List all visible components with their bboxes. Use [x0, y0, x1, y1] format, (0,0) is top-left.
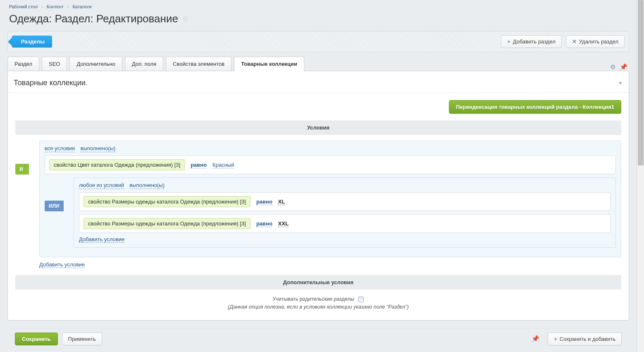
gear-icon[interactable]: ⚙ — [610, 63, 615, 71]
button-label: Добавить раздел — [513, 38, 556, 45]
value-selector[interactable]: XL — [278, 199, 285, 205]
section-toolbar: Разделы +Добавить раздел ✕Удалить раздел — [7, 31, 629, 52]
save-and-add-button[interactable]: +Сохранить и добавить — [548, 333, 622, 345]
collapse-icon[interactable]: ▼ — [618, 80, 623, 86]
collections-panel: Товарные коллекции. ▼ Периндексация това… — [7, 71, 629, 321]
footer-actions: Сохранить Применить 📌 +Сохранить и добав… — [15, 328, 622, 350]
reindex-button[interactable]: Периндексация товарных коллекций раздела… — [449, 100, 621, 114]
property-chip[interactable]: свойство Цвет каталога Одежда (предложен… — [49, 159, 185, 170]
parent-sections-label: Учитывать родительские разделы — [273, 296, 354, 302]
delete-section-button[interactable]: ✕Удалить раздел — [566, 35, 625, 48]
done-selector[interactable]: выполнено(ы) — [130, 182, 165, 189]
add-section-button[interactable]: +Добавить раздел — [501, 35, 562, 48]
favorite-star-icon[interactable]: ☆ — [182, 14, 189, 24]
pin-icon[interactable]: 📌 — [532, 335, 541, 342]
add-condition-link[interactable]: Добавить условие — [79, 236, 124, 243]
save-button[interactable]: Сохранить — [15, 333, 58, 345]
property-chip[interactable]: свойство Размеры одежды каталога Одежда … — [83, 196, 250, 207]
plus-icon: + — [554, 336, 557, 342]
all-conditions-selector[interactable]: все условия — [45, 145, 75, 152]
chevron-right-icon: › — [41, 4, 43, 9]
additional-conditions-header: Дополнительные условия — [15, 275, 621, 290]
sections-tag[interactable]: Разделы — [12, 36, 52, 48]
breadcrumb: Рабочий стол › Контент › Каталоги — [0, 0, 637, 12]
button-label: Сохранить и добавить — [560, 336, 615, 342]
plus-icon: + — [507, 38, 510, 45]
parent-sections-checkbox[interactable] — [358, 297, 364, 302]
close-icon: ✕ — [572, 38, 577, 45]
tab-product-collections[interactable]: Товарные коллекции — [234, 57, 304, 71]
apply-button[interactable]: Применить — [62, 333, 102, 345]
vertical-scrollbar[interactable] — [637, 0, 644, 352]
tab-additional[interactable]: Дополнительно — [69, 57, 122, 71]
tab-extra-fields[interactable]: Доп. поля — [125, 57, 163, 71]
panel-title: Товарные коллекции. — [14, 79, 88, 87]
condition-group-or: ИЛИ любое из условий выполнено(ы) свойст… — [45, 177, 616, 248]
parent-sections-hint: (Данная опция полезна, если в условиях к… — [228, 304, 409, 310]
breadcrumb-link[interactable]: Рабочий стол — [9, 4, 38, 9]
operator-selector[interactable]: равно — [191, 162, 207, 168]
or-badge: ИЛИ — [45, 201, 64, 211]
property-chip[interactable]: свойство Размеры одежды каталога Одежда … — [83, 218, 250, 229]
operator-selector[interactable]: равно — [256, 220, 272, 227]
condition-row: свойство Размеры одежды каталога Одежда … — [79, 214, 611, 233]
operator-selector[interactable]: равно — [256, 199, 272, 205]
breadcrumb-link[interactable]: Контент — [47, 4, 64, 9]
any-conditions-selector[interactable]: любое из условий — [79, 182, 124, 189]
button-label: Удалить раздел — [579, 38, 618, 45]
page-title: Одежда: Раздел: Редактирование — [9, 12, 178, 25]
condition-row: свойство Размеры одежды каталога Одежда … — [79, 192, 611, 211]
chevron-right-icon: › — [67, 4, 69, 9]
condition-group-and: И все условия выполнено(ы) свойство Цвет… — [15, 141, 621, 257]
value-selector[interactable]: Красный — [212, 162, 234, 168]
tab-bar: Раздел SEO Дополнительно Доп. поля Свойс… — [7, 56, 629, 71]
value-selector[interactable]: XXL — [278, 220, 289, 227]
pin-icon[interactable]: 📌 — [620, 63, 627, 71]
scrollbar-thumb[interactable] — [638, 0, 644, 165]
tab-element-properties[interactable]: Свойства элементов — [166, 57, 231, 71]
condition-row: свойство Цвет каталога Одежда (предложен… — [45, 156, 616, 174]
breadcrumb-link[interactable]: Каталоги — [72, 4, 91, 9]
tab-section[interactable]: Раздел — [7, 57, 39, 71]
conditions-header: Условия — [15, 120, 621, 135]
done-selector[interactable]: выполнено(ы) — [81, 145, 116, 152]
add-condition-link[interactable]: Добавить условие — [39, 261, 85, 268]
tab-seo[interactable]: SEO — [42, 57, 67, 71]
and-badge: И — [15, 164, 29, 175]
